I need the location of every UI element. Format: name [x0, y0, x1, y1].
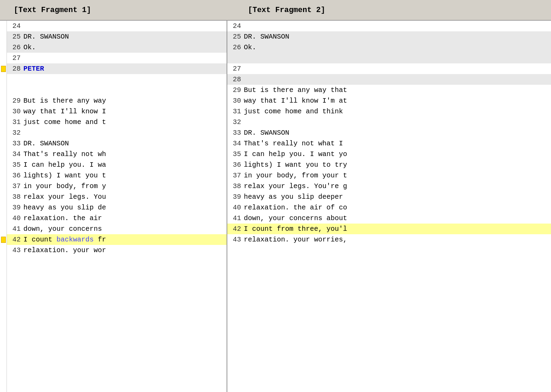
fragment1-header: [Text Fragment 1] — [0, 6, 234, 14]
line-num: 26 — [9, 42, 23, 53]
line-num: 35 — [9, 159, 23, 170]
line-num: 30 — [9, 106, 23, 117]
line-text: DR. SWANSON — [23, 138, 69, 149]
gutter-cell — [0, 170, 7, 181]
line-text: DR. SWANSON — [23, 31, 69, 42]
line-text: lights) I want you to try — [244, 159, 347, 170]
line-num: 38 — [229, 181, 244, 192]
line-num: 31 — [229, 106, 244, 117]
line-num: 31 — [9, 117, 23, 127]
text-line: 33 DR. SWANSON — [227, 127, 551, 138]
gutter-cell — [0, 85, 7, 95]
yellow-marker — [1, 66, 6, 72]
gutter-cell — [0, 95, 7, 106]
text-line: 40 relaxation. the air — [7, 213, 227, 224]
text-line: 35 I can help you. I wa — [7, 159, 227, 170]
line-text: relax your legs. You — [23, 192, 106, 202]
line-num: 43 — [229, 234, 244, 245]
text-line: 31 just come home and think — [227, 106, 551, 117]
line-num: 37 — [9, 181, 23, 192]
gutter-cell — [0, 53, 7, 63]
text-line: 28 — [227, 74, 551, 85]
text-line: 25 DR. SWANSON — [227, 31, 551, 42]
text-line: 24 — [7, 21, 227, 31]
line-num: 38 — [9, 192, 23, 202]
gutter-cell — [0, 245, 7, 256]
backwards-text: backwards — [56, 236, 94, 244]
text-line: 34 That's really not what I — [227, 138, 551, 149]
line-num: 26 — [229, 42, 244, 53]
line-text: lights) I want you t — [23, 170, 106, 181]
gutter-cell-marker2 — [0, 234, 7, 245]
line-num: 36 — [9, 170, 23, 181]
text-line: 26 Ok. — [7, 42, 227, 53]
text-line-42-right: 42 I count from three, you'l — [227, 224, 551, 234]
text-line: 41 down, your concerns — [7, 224, 227, 234]
text-line: 43 relaxation. your wor — [7, 245, 227, 256]
text-line: 38 relax your legs. You — [7, 192, 227, 202]
text-line: 26 Ok. — [227, 42, 551, 53]
gutter-cell — [0, 74, 7, 85]
line-num: 28 — [9, 63, 23, 74]
text-line: 41 down, your concerns about — [227, 213, 551, 224]
gutter-cell — [0, 192, 7, 202]
text-line: 32 — [7, 127, 227, 138]
fragment2-header: [Text Fragment 2] — [234, 6, 551, 14]
line-num: 37 — [229, 170, 244, 181]
gutter-cell — [0, 42, 7, 53]
line-num: 34 — [229, 138, 244, 149]
line-text: in your body, from your t — [244, 170, 347, 181]
panel-left: 24 25 DR. SWANSON 26 Ok. 27 — [0, 21, 227, 392]
gutter-cell-marker — [0, 63, 7, 74]
line-text: heavy as you slip de — [23, 202, 106, 213]
text-line: 35 I can help you. I want yo — [227, 149, 551, 159]
line-text: I can help you. I want yo — [244, 149, 347, 159]
line-num: 41 — [9, 224, 23, 234]
line-text-42: I count backwards fr — [23, 234, 106, 245]
text-line: 33 DR. SWANSON — [7, 138, 227, 149]
text-line: 31 just come home and t — [7, 117, 227, 127]
gutter-cell — [0, 224, 7, 234]
line-num: 33 — [229, 127, 244, 138]
gutter-cell — [0, 117, 7, 127]
text-line: 32 — [227, 117, 551, 127]
line-num: 29 — [9, 95, 23, 106]
line-num: 32 — [229, 117, 244, 127]
gutter-cell — [0, 149, 7, 159]
gutter-cell — [0, 138, 7, 149]
line-text: relax your legs. You're g — [244, 181, 347, 192]
gutter-cell — [0, 31, 7, 42]
text-line: 38 relax your legs. You're g — [227, 181, 551, 192]
line-num: 39 — [229, 192, 244, 202]
line-text: relaxation. your wor — [23, 245, 106, 256]
text-line: 37 in your body, from y — [7, 181, 227, 192]
app-container: [Text Fragment 1] [Text Fragment 2] — [0, 0, 551, 392]
panel2-text: 24 25 DR. SWANSON 26 Ok. — [227, 21, 551, 392]
line-text: That's really not wh — [23, 149, 106, 159]
line-text: in your body, from y — [23, 181, 106, 192]
line-text: I count from three, you'l — [244, 224, 347, 234]
line-num: 32 — [9, 127, 23, 138]
line-num: 25 — [9, 31, 23, 42]
line-text: down, your concerns — [23, 224, 102, 234]
panel1-gutter — [0, 21, 7, 392]
line-text: relaxation. your worries, — [244, 234, 347, 245]
text-line: 25 DR. SWANSON — [7, 31, 227, 42]
line-text: But is there any way — [23, 95, 106, 106]
text-line: 24 — [227, 21, 551, 31]
line-num: 27 — [9, 53, 23, 63]
gutter-cell — [0, 181, 7, 192]
text-line-42: 42 I count backwards fr — [7, 234, 227, 245]
text-line: 40 relaxation. the air of co — [227, 202, 551, 213]
line-num: 28 — [229, 74, 244, 85]
text-line: 29 But is there any way — [7, 95, 227, 106]
line-text: But is there any way that — [244, 85, 347, 95]
text-line-peter: 28 PETER — [7, 63, 227, 74]
text-line: 36 lights) I want you to try — [227, 159, 551, 170]
line-num: 29 — [229, 85, 244, 95]
line-num: 39 — [9, 202, 23, 213]
text-line: 36 lights) I want you t — [7, 170, 227, 181]
line-text: heavy as you slip deeper — [244, 192, 343, 202]
line-text: DR. SWANSON — [244, 127, 289, 138]
line-num: 42 — [229, 224, 244, 234]
